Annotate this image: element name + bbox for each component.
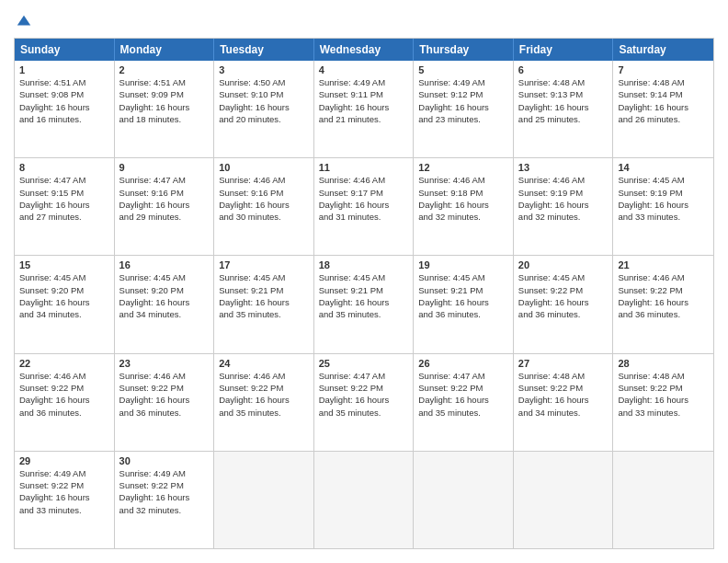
day-info: Sunrise: 4:47 AM Sunset: 9:15 PM Dayligh… (19, 174, 109, 223)
calendar-cell-18: 18Sunrise: 4:45 AM Sunset: 9:21 PM Dayli… (314, 256, 415, 352)
day-info: Sunrise: 4:48 AM Sunset: 9:22 PM Dayligh… (618, 370, 709, 419)
day-info: Sunrise: 4:45 AM Sunset: 9:19 PM Dayligh… (618, 174, 709, 223)
day-number: 8 (19, 162, 109, 173)
day-number: 11 (319, 162, 409, 173)
day-number: 18 (319, 259, 409, 270)
day-info: Sunrise: 4:49 AM Sunset: 9:22 PM Dayligh… (19, 467, 109, 516)
day-number: 16 (119, 259, 210, 270)
day-number: 9 (119, 162, 210, 173)
day-number: 20 (518, 259, 609, 270)
calendar-cell-29: 29Sunrise: 4:49 AM Sunset: 9:22 PM Dayli… (15, 452, 115, 548)
day-info: Sunrise: 4:45 AM Sunset: 9:20 PM Dayligh… (19, 271, 109, 320)
day-number: 7 (618, 64, 709, 75)
calendar-cell-11: 11Sunrise: 4:46 AM Sunset: 9:17 PM Dayli… (314, 158, 415, 255)
calendar-week-1: 8Sunrise: 4:47 AM Sunset: 9:15 PM Daylig… (15, 157, 713, 255)
day-info: Sunrise: 4:49 AM Sunset: 9:22 PM Dayligh… (119, 467, 210, 516)
day-info: Sunrise: 4:45 AM Sunset: 9:22 PM Dayligh… (518, 271, 609, 320)
header-tuesday: Tuesday (214, 39, 314, 61)
day-number: 3 (219, 64, 309, 75)
calendar-cell-22: 22Sunrise: 4:46 AM Sunset: 9:22 PM Dayli… (15, 354, 115, 451)
day-number: 4 (319, 64, 409, 75)
day-info: Sunrise: 4:48 AM Sunset: 9:13 PM Dayligh… (518, 76, 609, 125)
day-info: Sunrise: 4:47 AM Sunset: 9:22 PM Dayligh… (319, 370, 409, 419)
calendar-cell-19: 19Sunrise: 4:45 AM Sunset: 9:21 PM Dayli… (414, 256, 514, 352)
calendar-cell-27: 27Sunrise: 4:48 AM Sunset: 9:22 PM Dayli… (514, 354, 614, 451)
day-info: Sunrise: 4:45 AM Sunset: 9:21 PM Dayligh… (418, 271, 508, 320)
day-number: 24 (219, 358, 309, 369)
header-sunday: Sunday (15, 39, 115, 61)
calendar-cell-15: 15Sunrise: 4:45 AM Sunset: 9:20 PM Dayli… (15, 256, 115, 352)
day-info: Sunrise: 4:46 AM Sunset: 9:22 PM Dayligh… (618, 271, 709, 320)
day-number: 22 (19, 358, 109, 369)
calendar-cell-2: 2Sunrise: 4:51 AM Sunset: 9:09 PM Daylig… (115, 61, 215, 157)
day-info: Sunrise: 4:49 AM Sunset: 9:11 PM Dayligh… (319, 76, 409, 125)
day-info: Sunrise: 4:51 AM Sunset: 9:08 PM Dayligh… (19, 76, 109, 125)
calendar-cell-empty (613, 452, 713, 548)
calendar-cell-26: 26Sunrise: 4:47 AM Sunset: 9:22 PM Dayli… (414, 354, 514, 451)
svg-marker-0 (17, 16, 30, 26)
calendar-cell-17: 17Sunrise: 4:45 AM Sunset: 9:21 PM Dayli… (214, 256, 314, 352)
day-number: 15 (19, 259, 109, 270)
calendar-cell-empty (414, 452, 514, 548)
calendar-cell-12: 12Sunrise: 4:46 AM Sunset: 9:18 PM Dayli… (414, 158, 514, 255)
day-info: Sunrise: 4:45 AM Sunset: 9:20 PM Dayligh… (119, 271, 210, 320)
day-number: 5 (418, 64, 508, 75)
calendar-cell-8: 8Sunrise: 4:47 AM Sunset: 9:15 PM Daylig… (15, 158, 115, 255)
calendar-cell-23: 23Sunrise: 4:46 AM Sunset: 9:22 PM Dayli… (115, 354, 215, 451)
day-info: Sunrise: 4:46 AM Sunset: 9:18 PM Dayligh… (418, 174, 508, 223)
day-number: 27 (518, 358, 609, 369)
day-info: Sunrise: 4:46 AM Sunset: 9:22 PM Dayligh… (219, 370, 309, 419)
day-number: 29 (19, 455, 109, 466)
calendar-week-3: 22Sunrise: 4:46 AM Sunset: 9:22 PM Dayli… (15, 353, 713, 451)
day-info: Sunrise: 4:46 AM Sunset: 9:19 PM Dayligh… (518, 174, 609, 223)
day-number: 1 (19, 64, 109, 75)
day-info: Sunrise: 4:47 AM Sunset: 9:16 PM Dayligh… (119, 174, 210, 223)
day-number: 6 (518, 64, 609, 75)
calendar-week-0: 1Sunrise: 4:51 AM Sunset: 9:08 PM Daylig… (15, 61, 713, 157)
calendar-cell-empty (314, 452, 415, 548)
day-number: 30 (119, 455, 210, 466)
calendar-header: Sunday Monday Tuesday Wednesday Thursday… (15, 39, 713, 61)
calendar-cell-14: 14Sunrise: 4:45 AM Sunset: 9:19 PM Dayli… (613, 158, 713, 255)
day-number: 14 (618, 162, 709, 173)
header-monday: Monday (115, 39, 215, 61)
day-number: 25 (319, 358, 409, 369)
calendar: Sunday Monday Tuesday Wednesday Thursday… (14, 38, 714, 549)
calendar-body: 1Sunrise: 4:51 AM Sunset: 9:08 PM Daylig… (15, 61, 713, 548)
logo (14, 14, 32, 30)
day-info: Sunrise: 4:46 AM Sunset: 9:22 PM Dayligh… (119, 370, 210, 419)
header (14, 14, 714, 30)
header-friday: Friday (514, 39, 614, 61)
day-info: Sunrise: 4:50 AM Sunset: 9:10 PM Dayligh… (219, 76, 309, 125)
day-info: Sunrise: 4:46 AM Sunset: 9:17 PM Dayligh… (319, 174, 409, 223)
day-info: Sunrise: 4:48 AM Sunset: 9:14 PM Dayligh… (618, 76, 709, 125)
day-info: Sunrise: 4:51 AM Sunset: 9:09 PM Dayligh… (119, 76, 210, 125)
calendar-cell-empty (514, 452, 614, 548)
calendar-cell-28: 28Sunrise: 4:48 AM Sunset: 9:22 PM Dayli… (613, 354, 713, 451)
header-thursday: Thursday (414, 39, 514, 61)
page: Sunday Monday Tuesday Wednesday Thursday… (0, 0, 728, 563)
calendar-cell-5: 5Sunrise: 4:49 AM Sunset: 9:12 PM Daylig… (414, 61, 514, 157)
calendar-cell-21: 21Sunrise: 4:46 AM Sunset: 9:22 PM Dayli… (613, 256, 713, 352)
day-number: 23 (119, 358, 210, 369)
calendar-cell-25: 25Sunrise: 4:47 AM Sunset: 9:22 PM Dayli… (314, 354, 415, 451)
calendar-cell-13: 13Sunrise: 4:46 AM Sunset: 9:19 PM Dayli… (514, 158, 614, 255)
day-number: 10 (219, 162, 309, 173)
calendar-cell-1: 1Sunrise: 4:51 AM Sunset: 9:08 PM Daylig… (15, 61, 115, 157)
header-saturday: Saturday (613, 39, 713, 61)
calendar-cell-6: 6Sunrise: 4:48 AM Sunset: 9:13 PM Daylig… (514, 61, 614, 157)
logo-icon (16, 14, 32, 30)
day-info: Sunrise: 4:46 AM Sunset: 9:16 PM Dayligh… (219, 174, 309, 223)
day-info: Sunrise: 4:45 AM Sunset: 9:21 PM Dayligh… (319, 271, 409, 320)
day-number: 21 (618, 259, 709, 270)
day-info: Sunrise: 4:46 AM Sunset: 9:22 PM Dayligh… (19, 370, 109, 419)
day-number: 26 (418, 358, 508, 369)
calendar-cell-24: 24Sunrise: 4:46 AM Sunset: 9:22 PM Dayli… (214, 354, 314, 451)
day-number: 12 (418, 162, 508, 173)
calendar-cell-20: 20Sunrise: 4:45 AM Sunset: 9:22 PM Dayli… (514, 256, 614, 352)
day-number: 28 (618, 358, 709, 369)
day-number: 13 (518, 162, 609, 173)
day-number: 2 (119, 64, 210, 75)
day-info: Sunrise: 4:47 AM Sunset: 9:22 PM Dayligh… (418, 370, 508, 419)
day-info: Sunrise: 4:48 AM Sunset: 9:22 PM Dayligh… (518, 370, 609, 419)
